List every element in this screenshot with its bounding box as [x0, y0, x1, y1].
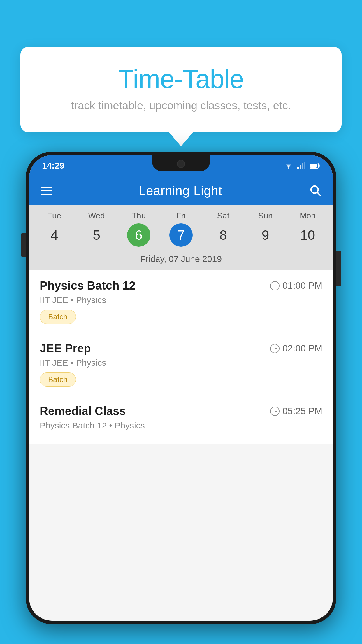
day-column[interactable]: Sun9 — [247, 211, 284, 247]
phone-camera — [177, 160, 185, 168]
schedule-item-header: Physics Batch 12 01:00 PM — [40, 279, 322, 292]
svg-rect-7 — [310, 164, 317, 168]
day-column[interactable]: Mon10 — [289, 211, 326, 247]
day-label: Thu — [132, 211, 146, 220]
day-number[interactable]: 8 — [212, 223, 235, 247]
schedule-item-header: JEE Prep 02:00 PM — [40, 342, 322, 355]
svg-rect-6 — [318, 164, 320, 167]
tooltip-card: Time-Table track timetable, upcoming cla… — [20, 47, 342, 132]
calendar-strip: Tue4Wed5Thu6Fri7Sat8Sun9Mon10 Friday, 07… — [29, 205, 333, 270]
search-icon — [309, 184, 321, 196]
days-row: Tue4Wed5Thu6Fri7Sat8Sun9Mon10 — [29, 211, 333, 247]
wifi-icon — [284, 162, 293, 169]
day-number[interactable]: 9 — [254, 223, 277, 247]
day-label: Fri — [176, 211, 186, 220]
schedule-item-time: 02:00 PM — [270, 343, 322, 354]
schedule-item-time: 01:00 PM — [270, 280, 322, 291]
day-column[interactable]: Tue4 — [35, 211, 73, 247]
svg-rect-1 — [297, 167, 299, 169]
day-column[interactable]: Wed5 — [78, 211, 115, 247]
day-column[interactable]: Thu6 — [120, 211, 158, 247]
svg-rect-2 — [300, 165, 301, 169]
batch-tag: Batch — [40, 310, 76, 324]
day-number[interactable]: 4 — [43, 223, 66, 247]
day-number[interactable]: 7 — [169, 223, 193, 247]
day-label: Wed — [88, 211, 105, 220]
schedule-item-header: Remedial Class 05:25 PM — [40, 405, 322, 418]
schedule-item-subtitle: Physics Batch 12 • Physics — [40, 421, 322, 430]
phone-wrapper: 14:29 — [26, 152, 336, 644]
schedule-list: Physics Batch 12 01:00 PM IIT JEE • Phys… — [29, 270, 333, 444]
signal-icon — [297, 162, 305, 169]
hamburger-menu[interactable] — [41, 187, 52, 195]
battery-icon — [310, 162, 320, 169]
schedule-item-time: 05:25 PM — [270, 406, 322, 416]
volume-button — [21, 233, 26, 257]
phone-screen: 14:29 — [29, 155, 333, 621]
svg-point-0 — [288, 167, 289, 169]
status-icons — [284, 162, 320, 169]
day-label: Mon — [300, 211, 315, 220]
schedule-item-title: Physics Batch 12 — [40, 279, 136, 292]
clock-icon — [270, 407, 280, 416]
schedule-item-subtitle: IIT JEE • Physics — [40, 295, 322, 305]
day-number[interactable]: 6 — [127, 223, 150, 247]
schedule-item-title: Remedial Class — [40, 405, 126, 418]
svg-line-9 — [317, 192, 320, 195]
svg-rect-3 — [302, 163, 303, 169]
batch-tag: Batch — [40, 372, 76, 387]
day-column[interactable]: Sat8 — [204, 211, 242, 247]
day-label: Sun — [258, 211, 273, 220]
day-column[interactable]: Fri7 — [162, 211, 200, 247]
schedule-item-subtitle: IIT JEE • Physics — [40, 358, 322, 368]
svg-rect-4 — [304, 162, 305, 169]
schedule-item[interactable]: Remedial Class 05:25 PM Physics Batch 12… — [29, 396, 333, 444]
day-label: Tue — [48, 211, 61, 220]
phone-outer: 14:29 — [26, 152, 336, 624]
tooltip-subtitle: track timetable, upcoming classes, tests… — [44, 99, 318, 112]
app-title: Learning Light — [52, 183, 309, 198]
power-button — [336, 251, 341, 286]
day-number[interactable]: 10 — [296, 223, 319, 247]
status-time: 14:29 — [42, 161, 64, 171]
day-label: Sat — [217, 211, 229, 220]
clock-icon — [270, 281, 280, 290]
selected-date-label: Friday, 07 June 2019 — [29, 250, 333, 270]
day-number[interactable]: 5 — [85, 223, 108, 247]
schedule-item-title: JEE Prep — [40, 342, 91, 355]
search-button[interactable] — [309, 184, 321, 197]
tooltip-title: Time-Table — [44, 64, 318, 94]
app-bar: Learning Light — [29, 176, 333, 205]
schedule-item[interactable]: Physics Batch 12 01:00 PM IIT JEE • Phys… — [29, 270, 333, 333]
clock-icon — [270, 344, 280, 353]
schedule-item[interactable]: JEE Prep 02:00 PM IIT JEE • Physics Batc… — [29, 333, 333, 396]
